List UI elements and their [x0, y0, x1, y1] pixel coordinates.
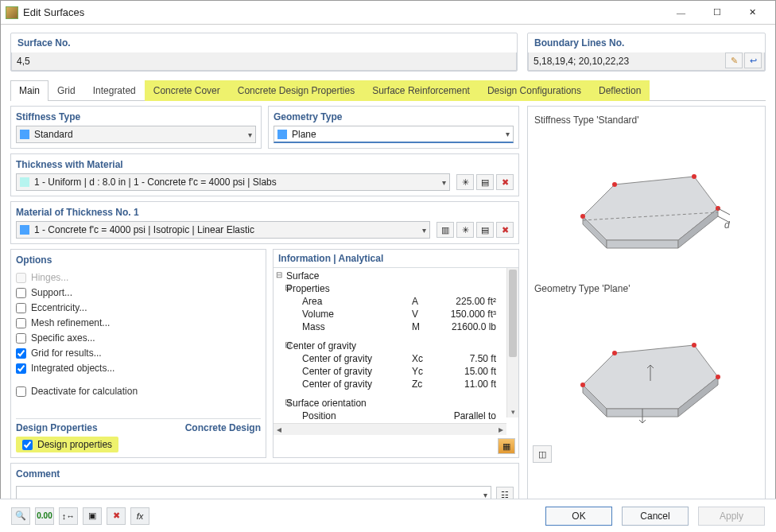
tab-surface-reinforcement[interactable]: Surface Reinforcement: [363, 80, 479, 101]
info-row[interactable]: VolumeV150.000 ft³: [274, 308, 518, 320]
option-checkbox[interactable]: [16, 348, 26, 359]
thickness-material-label: Thickness with Material: [16, 157, 514, 173]
maximize-button[interactable]: ☐: [699, 2, 735, 24]
info-label: Center of gravity: [301, 366, 412, 377]
vertical-scrollbar[interactable]: ▴ ▾: [506, 268, 518, 417]
options-label: Options: [16, 253, 261, 269]
svg-point-16: [580, 382, 585, 387]
chevron-down-icon: ▾: [248, 130, 252, 139]
design-properties-checkbox[interactable]: [22, 440, 33, 450]
pick-lines-icon[interactable]: ✎: [725, 52, 743, 68]
apply-button: Apply: [698, 507, 765, 526]
info-label: Area: [301, 296, 412, 307]
info-symbol: A: [412, 296, 444, 307]
expand-icon: [274, 296, 301, 307]
info-value: [444, 283, 512, 294]
expand-icon[interactable]: ⊟: [274, 340, 285, 351]
thickness-swatch-icon: [20, 177, 29, 187]
info-label: Center of gravity: [301, 353, 412, 364]
library-icon[interactable]: ▤: [476, 222, 494, 238]
axes-icon[interactable]: ↕↔: [59, 507, 78, 525]
thickness-material-value: 1 - Uniform | d : 8.0 in | 1 - Concrete …: [34, 177, 442, 188]
option-checkbox[interactable]: [16, 303, 26, 313]
info-value: [444, 270, 512, 282]
tab-grid[interactable]: Grid: [48, 80, 84, 101]
option-checkbox[interactable]: [16, 318, 26, 328]
options-box: Options Hinges...Support...Eccentricity.…: [10, 249, 266, 458]
information-box: Information | Analytical ⊟Surface⊟Proper…: [273, 249, 519, 458]
info-symbol: [412, 340, 444, 351]
option-checkbox[interactable]: [16, 288, 26, 298]
info-row[interactable]: Center of gravityXc7.50 ft: [274, 352, 518, 365]
option-deactivate-for-calculation[interactable]: Deactivate for calculation: [16, 386, 261, 397]
preview-settings-icon[interactable]: ◫: [533, 445, 552, 463]
minimize-button[interactable]: —: [663, 2, 699, 24]
info-row[interactable]: ⊟Surface orientation: [274, 397, 518, 410]
chevron-down-icon: ▾: [442, 178, 446, 187]
option-specific-axes[interactable]: Specific axes...: [16, 332, 261, 344]
delete-icon[interactable]: ✖: [496, 174, 514, 190]
ok-button[interactable]: OK: [545, 507, 612, 526]
svg-point-19: [692, 343, 696, 348]
surface-number-value[interactable]: 4,5: [11, 52, 517, 71]
tab-integrated[interactable]: Integrated: [84, 80, 145, 101]
tab-deflection[interactable]: Deflection: [590, 80, 650, 101]
thickness-material-dropdown[interactable]: 1 - Uniform | d : 8.0 in | 1 - Concrete …: [16, 173, 450, 191]
tool4-icon[interactable]: ▣: [83, 507, 102, 525]
window-title: Edit Surfaces: [23, 6, 663, 18]
preview-stiffness-image: d: [533, 129, 760, 272]
magnifier-icon[interactable]: 🔍: [11, 507, 30, 525]
horizontal-scrollbar[interactable]: ◂▸: [274, 423, 506, 435]
option-grid-for-results[interactable]: Grid for results...: [16, 348, 261, 359]
delete-icon[interactable]: ✖: [496, 222, 514, 238]
table-icon[interactable]: ▦: [498, 438, 515, 454]
design-properties-check-label: Design properties: [37, 439, 112, 450]
info-row[interactable]: AreaA225.00 ft²: [274, 295, 518, 308]
book-icon[interactable]: ▥: [436, 222, 454, 238]
option-support[interactable]: Support...: [16, 287, 261, 298]
cancel-button[interactable]: Cancel: [622, 507, 689, 526]
tab-concrete-cover[interactable]: Concrete Cover: [145, 80, 229, 101]
info-label: Surface: [285, 270, 412, 282]
option-checkbox[interactable]: [16, 333, 26, 344]
option-checkbox[interactable]: [16, 363, 26, 374]
revert-icon[interactable]: ↩: [744, 52, 762, 68]
stiffness-dropdown[interactable]: Standard ▾: [16, 126, 256, 143]
geometry-swatch-icon: [277, 130, 287, 139]
concrete-design-label: Concrete Design: [185, 422, 261, 433]
info-row[interactable]: ⊟Surface: [274, 270, 518, 282]
info-row[interactable]: Center of gravityYc15.00 ft: [274, 365, 518, 378]
info-row[interactable]: ⊟Center of gravity: [274, 340, 518, 352]
information-tree[interactable]: ⊟Surface⊟PropertiesAreaA225.00 ft²Volume…: [274, 268, 518, 435]
units-icon[interactable]: 0.00: [35, 507, 54, 525]
option-mesh-refinement[interactable]: Mesh refinement...: [16, 317, 261, 328]
info-row[interactable]: ⊟Properties: [274, 282, 518, 295]
info-value: 150.000 ft³: [444, 309, 512, 320]
info-symbol: [412, 398, 444, 409]
option-checkbox[interactable]: [16, 386, 26, 397]
option-label: Hinges...: [31, 272, 68, 283]
new-icon[interactable]: ✳: [456, 222, 474, 238]
expand-icon: [274, 353, 301, 364]
tab-concrete-design-properties[interactable]: Concrete Design Properties: [229, 80, 363, 101]
function-icon[interactable]: fx: [130, 507, 149, 525]
material-thickness-dropdown[interactable]: 1 - Concrete f'c = 4000 psi | Isotropic …: [16, 221, 430, 239]
info-symbol: [412, 270, 444, 282]
design-properties-check[interactable]: Design properties: [16, 437, 118, 452]
new-icon[interactable]: ✳: [456, 174, 474, 190]
library-icon[interactable]: ▤: [476, 174, 494, 190]
expand-icon[interactable]: ⊟: [274, 270, 285, 282]
expand-icon[interactable]: ⊟: [274, 283, 285, 294]
info-row[interactable]: Center of gravityZc11.00 ft: [274, 378, 518, 390]
option-eccentricity[interactable]: Eccentricity...: [16, 302, 261, 313]
geometry-dropdown[interactable]: Plane ▾: [274, 126, 514, 143]
scroll-thumb[interactable]: [509, 270, 517, 357]
tab-main[interactable]: Main: [10, 80, 48, 101]
expand-icon[interactable]: ⊟: [274, 398, 285, 409]
option-integrated-objects[interactable]: Integrated objects...: [16, 363, 261, 374]
tool5-icon[interactable]: ✖: [107, 507, 126, 525]
info-row[interactable]: MassM21600.0 lb: [274, 320, 518, 333]
close-button[interactable]: ✕: [735, 2, 770, 24]
scroll-down-icon[interactable]: ▾: [507, 406, 518, 417]
tab-design-configurations[interactable]: Design Configurations: [479, 80, 590, 101]
